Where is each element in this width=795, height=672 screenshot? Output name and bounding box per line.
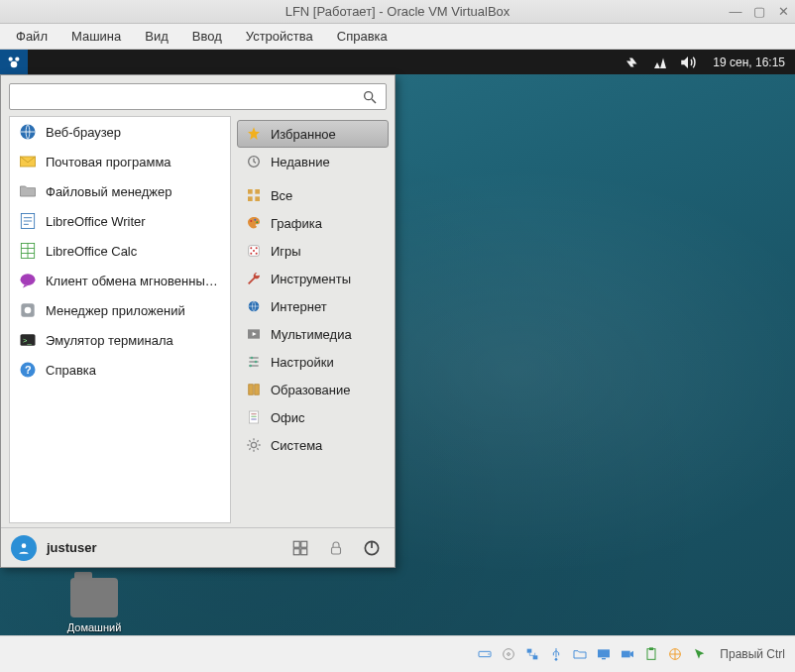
book-icon (245, 381, 263, 398)
svg-point-31 (250, 247, 252, 249)
fav-libreoffice-writer[interactable]: LibreOffice Writer (10, 206, 230, 236)
fav-im-client[interactable]: Клиент обмена мгновенными сооб... (10, 266, 230, 295)
chat-icon (18, 271, 38, 290)
panel-clock[interactable]: 19 сен, 16:15 (703, 56, 795, 69)
svg-point-63 (555, 658, 558, 661)
svg-point-49 (22, 543, 27, 548)
svg-point-59 (504, 649, 514, 660)
svg-point-28 (254, 219, 256, 221)
calc-icon (18, 241, 38, 261)
window-minimize-button[interactable]: — (728, 4, 743, 19)
cat-system[interactable]: Система (237, 431, 389, 459)
svg-point-35 (256, 253, 258, 255)
svg-point-43 (249, 365, 252, 368)
clock-icon (245, 153, 263, 170)
fav-libreoffice-calc[interactable]: LibreOffice Calc (10, 236, 230, 266)
vbox-menu-devices[interactable]: Устройства (236, 26, 323, 47)
svg-rect-46 (251, 416, 256, 417)
cat-label: Все (271, 188, 292, 203)
fav-file-manager[interactable]: Файловый менеджер (10, 176, 230, 206)
cat-education[interactable]: Образование (237, 376, 389, 403)
user-avatar-icon[interactable] (11, 535, 37, 561)
cat-label: Мультимедиа (271, 327, 352, 342)
fav-label: Файловый менеджер (46, 184, 172, 199)
svg-rect-23 (248, 189, 253, 194)
vbox-statusbar: Правый Ctrl (0, 635, 795, 672)
svg-point-1 (15, 56, 19, 60)
applications-menu-button[interactable] (0, 50, 28, 74)
search-field[interactable] (9, 83, 387, 110)
fav-label: LibreOffice Writer (46, 214, 146, 229)
globe-icon (245, 297, 263, 315)
xfce-panel: 19 сен, 16:15 (0, 50, 795, 74)
window-maximize-button[interactable]: ▢ (751, 4, 767, 19)
guest-desktop[interactable]: 19 сен, 16:15 Домашний каталог Веб-брауз… (0, 50, 795, 635)
vbox-usb-icon[interactable] (547, 645, 565, 663)
palette-icon (245, 214, 263, 232)
volume-icon[interactable] (679, 54, 697, 71)
vbox-shared-folder-icon[interactable] (571, 645, 589, 663)
vbox-clipboard-icon[interactable] (642, 645, 660, 663)
office-icon (245, 408, 263, 426)
lock-screen-button[interactable] (323, 535, 349, 561)
apps-icon (245, 186, 263, 204)
vbox-menu-view[interactable]: Вид (135, 26, 178, 47)
svg-rect-65 (602, 658, 606, 659)
vbox-display-icon[interactable] (595, 645, 613, 663)
logout-button[interactable] (359, 535, 385, 561)
fav-label: Эмулятор терминала (46, 333, 173, 348)
svg-rect-68 (649, 647, 653, 650)
network-icon[interactable] (651, 54, 669, 71)
svg-point-34 (250, 253, 252, 255)
cat-games[interactable]: Игры (237, 237, 389, 265)
desktop-home-icon[interactable]: Домашний каталог (50, 578, 139, 635)
search-icon (362, 89, 386, 105)
appstore-icon (18, 300, 38, 320)
vbox-menu-machine[interactable]: Машина (61, 26, 131, 47)
system-tray (618, 54, 703, 71)
vbox-menu-input[interactable]: Ввод (182, 26, 232, 47)
cat-label: Недавние (271, 155, 330, 169)
fav-terminal[interactable]: >_ Эмулятор терминала (10, 325, 230, 355)
svg-point-42 (255, 361, 258, 364)
cat-settings[interactable]: Настройки (237, 348, 389, 376)
power-icon[interactable] (624, 54, 641, 71)
vbox-menu-file[interactable]: Файл (6, 26, 57, 47)
vbox-hostkey-label: Правый Ctrl (720, 647, 785, 661)
cat-label: Система (271, 438, 322, 453)
svg-point-2 (11, 60, 18, 67)
cat-graphics[interactable]: Графика (237, 209, 389, 237)
cat-favorites[interactable]: Избранное (237, 120, 389, 148)
fav-mail-client[interactable]: Почтовая программа (10, 147, 230, 176)
svg-point-33 (253, 250, 255, 252)
fav-app-manager[interactable]: Менеджер приложений (10, 295, 230, 325)
vbox-menu-help[interactable]: Справка (327, 26, 398, 47)
vbox-cd-icon[interactable] (500, 645, 517, 663)
vbox-hdd-icon[interactable] (476, 645, 494, 663)
svg-line-4 (372, 99, 376, 103)
vbox-recording-icon[interactable] (619, 645, 636, 663)
help-icon: ? (18, 360, 38, 380)
svg-point-60 (508, 653, 511, 656)
svg-rect-64 (598, 649, 610, 657)
fav-label: Менеджер приложений (46, 303, 185, 318)
svg-rect-67 (647, 649, 655, 660)
vbox-guest-additions-icon[interactable] (666, 645, 684, 663)
search-input[interactable] (10, 89, 362, 104)
svg-text:>_: >_ (23, 336, 32, 345)
fav-web-browser[interactable]: Веб-браузер (10, 117, 230, 147)
vbox-mouse-integration-icon[interactable] (690, 645, 708, 663)
fav-label: Почтовая программа (46, 155, 171, 169)
cat-recent[interactable]: Недавние (237, 148, 389, 175)
fav-help[interactable]: ? Справка (10, 355, 230, 385)
cat-office[interactable]: Офис (237, 403, 389, 431)
cat-multimedia[interactable]: Мультимедиа (237, 320, 389, 348)
settings-manager-button[interactable] (287, 535, 313, 561)
window-close-button[interactable]: ✕ (775, 4, 791, 19)
cat-tools[interactable]: Инструменты (237, 265, 389, 292)
cat-all[interactable]: Все (237, 181, 389, 209)
vbox-network-icon[interactable] (523, 645, 541, 663)
cat-label: Интернет (271, 299, 327, 314)
svg-rect-45 (251, 413, 256, 414)
cat-internet[interactable]: Интернет (237, 292, 389, 320)
